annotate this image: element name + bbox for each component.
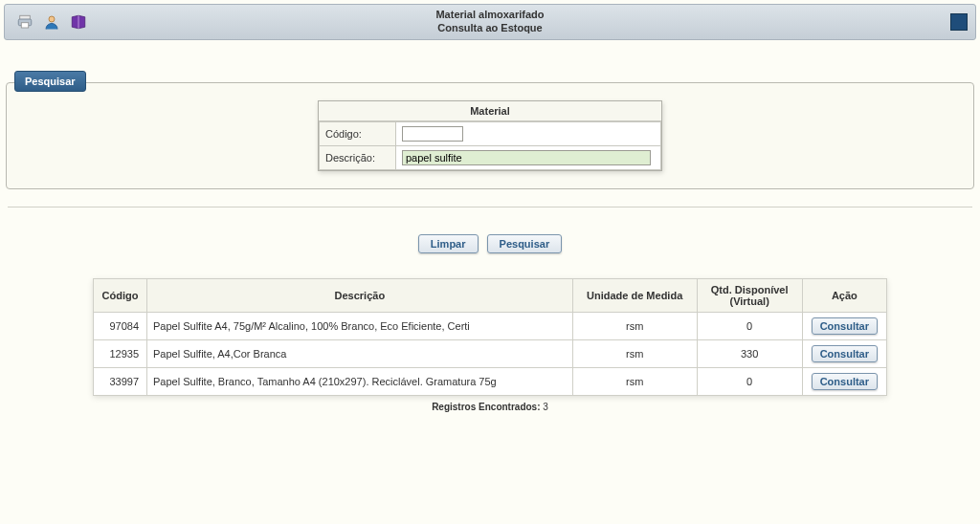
cell-codigo: 33997 [94,368,147,396]
col-acao: Ação [802,279,886,313]
page-title: Material almoxarifado [435,9,544,22]
col-descricao: Descrição [147,279,573,313]
cell-qtd: 0 [697,368,802,396]
records-found: Registros Encontrados: 3 [6,402,974,412]
header-square-indicator [950,13,968,31]
cell-acao: Consultar [802,368,886,396]
consultar-button[interactable]: Consultar [812,317,878,335]
svg-point-3 [49,16,55,22]
page-subtitle: Consulta ao Estoque [435,22,544,35]
table-row: 33997Papel Sulfite, Branco, Tamanho A4 (… [94,368,887,396]
book-icon[interactable] [70,13,87,31]
codigo-label: Código: [320,122,396,146]
table-row: 97084Papel Sulfite A4, 75g/M² Alcalino, … [94,313,887,340]
cell-descricao: Papel Sulfite A4, 75g/M² Alcalino, 100% … [147,313,573,340]
col-unidade: Unidade de Medida [572,279,697,313]
search-panel: Pesquisar Material Código: Descrição: [6,82,974,189]
cell-unidade: rsm [572,340,697,368]
descricao-label: Descrição: [320,146,396,170]
limpar-button[interactable]: Limpar [418,234,479,253]
cell-acao: Consultar [802,340,886,368]
cell-qtd: 0 [697,313,802,340]
material-box-header: Material [319,101,661,121]
cell-descricao: Papel Sulfite, Branco, Tamanho A4 (210x2… [147,368,573,396]
codigo-input[interactable] [402,126,463,142]
consultar-button[interactable]: Consultar [812,373,878,390]
svg-rect-2 [21,23,29,28]
records-found-count: 3 [543,402,548,412]
cell-unidade: rsm [572,313,697,340]
results-table: Código Descrição Unidade de Medida Qtd. … [93,278,887,396]
cell-codigo: 97084 [94,313,147,340]
user-icon[interactable] [43,13,60,31]
cell-descricao: Papel Sulfite, A4,Cor Branca [147,340,573,368]
col-codigo: Código [94,279,147,313]
app-header: Material almoxarifado Consulta ao Estoqu… [4,4,976,40]
cell-codigo: 12935 [94,340,147,368]
panel-tab-pesquisar: Pesquisar [14,71,86,92]
col-qtd: Qtd. Disponível (Virtual) [697,279,802,313]
descricao-input[interactable] [402,150,651,165]
cell-qtd: 330 [697,340,802,368]
table-row: 12935Papel Sulfite, A4,Cor Brancarsm330C… [94,340,887,368]
cell-unidade: rsm [572,368,697,396]
printer-icon[interactable] [16,13,33,31]
material-search-box: Material Código: Descrição: [318,100,662,171]
pesquisar-button[interactable]: Pesquisar [487,234,563,253]
header-icon-group [5,13,87,31]
consultar-button[interactable]: Consultar [812,345,878,362]
records-found-label: Registros Encontrados: [432,402,540,412]
separator [8,207,972,207]
cell-acao: Consultar [802,313,886,340]
